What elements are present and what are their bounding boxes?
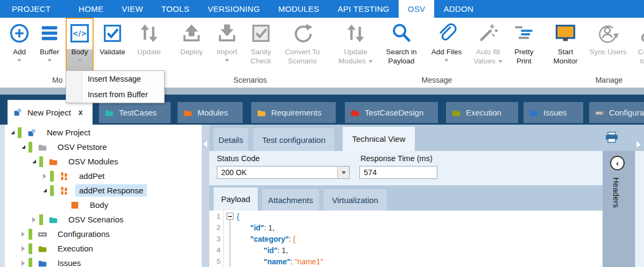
status-code-select[interactable]: 200 OK — [217, 166, 350, 179]
response-time-input[interactable] — [359, 166, 437, 179]
ribbon-update-modules-button[interactable]: UpdateModules — [335, 18, 376, 75]
payload-tab-virtualization[interactable]: Virtualization — [323, 189, 387, 211]
ribbon-button-label: Convert ToScenario — [285, 47, 320, 66]
ribbon-group-label: Message — [330, 75, 543, 88]
project-icon — [27, 128, 37, 138]
buffer-lines-icon — [38, 21, 61, 45]
project-tab-configurat[interactable]: Configurat — [589, 102, 644, 123]
ribbon-button-label: SanityCheck — [251, 47, 271, 66]
select-dropdown-button[interactable] — [337, 167, 349, 178]
editor-panel: DetailsTest configurationTechnical View … — [209, 125, 644, 267]
tree-item-label: OSV Petstore — [54, 141, 111, 153]
tab-label: New Project — [27, 108, 71, 117]
menu-item-versioning[interactable]: VERSIONING — [199, 0, 269, 18]
ribbon-sanity-check-button[interactable]: SanityCheck — [246, 18, 276, 75]
ribbon-group-message: UpdateModulesSearch inPayloadAdd FilesAu… — [330, 18, 543, 88]
collapse-region-icon[interactable] — [227, 213, 233, 220]
payload-tab-row: PayloadAttachmentsVirtualization — [209, 185, 603, 211]
payload-tab-attachments[interactable]: Attachments — [262, 189, 319, 211]
detail-tab-details[interactable]: Details — [214, 128, 248, 151]
code-text: "id": 1, — [264, 246, 288, 255]
print-icon[interactable] — [605, 132, 619, 143]
tree-item-green-bar — [50, 171, 54, 182]
expand-headers-button[interactable]: ‹ — [610, 156, 625, 170]
tree-expand-arrow-icon[interactable] — [20, 232, 26, 237]
tree-item-issues[interactable]: Issues — [5, 256, 202, 267]
ribbon-button-label: Connectto Host — [638, 47, 644, 66]
menu-item-addon[interactable]: ADDON — [434, 0, 483, 18]
close-tab-icon[interactable]: x — [79, 108, 83, 117]
ribbon-add-button[interactable]: Add — [7, 18, 32, 75]
broken-link-icon — [640, 21, 644, 45]
ribbon-search-in-payload-button[interactable]: Search inPayload — [379, 18, 423, 75]
line-number: 3 — [209, 233, 224, 244]
tree-item-osv-modules[interactable]: OSV Modules — [5, 154, 202, 169]
folder-icon — [38, 142, 47, 152]
tree-collapse-arrow-icon[interactable] — [20, 145, 26, 149]
tree-item-label: addPet — [75, 170, 109, 182]
tree-expand-arrow-icon[interactable] — [31, 217, 37, 222]
scroll-right-arrow-icon[interactable] — [636, 141, 641, 148]
tree-item-execution[interactable]: Execution — [5, 241, 202, 256]
tree-collapse-arrow-icon[interactable] — [31, 160, 37, 163]
tree-item-osv-petstore[interactable]: OSV Petstore — [5, 140, 202, 154]
tree-item-green-bar — [18, 127, 22, 138]
ribbon-body-button[interactable]: </>Body — [66, 18, 94, 75]
detail-tab-technical-view[interactable]: Technical View — [343, 127, 415, 151]
panel-splitter[interactable] — [202, 125, 209, 267]
tree-item-addpet-response[interactable]: addPet Response — [5, 183, 202, 198]
response-status-section: Status Code Response Time (ms) 200 OK — [209, 151, 603, 185]
project-tab-testcasedesign[interactable]: TestCaseDesign — [345, 102, 438, 123]
tree-expand-arrow-icon[interactable] — [41, 174, 48, 179]
tree-expand-arrow-icon[interactable] — [20, 261, 26, 266]
project-tab-modules[interactable]: Modules — [178, 102, 243, 123]
ribbon-buffer-button[interactable]: Buffer — [35, 18, 64, 75]
payload-tab-payload[interactable]: Payload — [214, 187, 258, 211]
tree-item-body[interactable]: Body — [5, 198, 202, 212]
ribbon-auto-fill-values-button[interactable]: Auto fillValues — [470, 18, 506, 75]
ribbon-sync-users-button[interactable]: Sync Users — [586, 18, 630, 75]
tree-item-osv-scenarios[interactable]: OSV Scenarios — [5, 212, 202, 227]
payload-code-editor[interactable]: 1{2"id": 1,3"category": {4"id": 1,5"name… — [209, 211, 603, 267]
tree-item-new-project[interactable]: New Project — [5, 125, 202, 140]
ribbon-pretty-print-button[interactable]: PrettyPrint — [509, 18, 539, 75]
menu-item-home[interactable]: HOME — [69, 0, 112, 18]
ribbon-update-button[interactable]: Update — [133, 18, 165, 75]
project-tab-testcases[interactable]: TestCases — [99, 102, 171, 123]
ribbon-import-button[interactable]: Import — [211, 18, 243, 75]
ribbon-validate-button[interactable]: Validate — [95, 18, 130, 75]
line-number: 5 — [209, 256, 224, 267]
main-menu-bar: PROJECTHOMEVIEWTOOLSVERSIONINGMODULESAPI… — [0, 0, 644, 18]
project-tab-requirements[interactable]: Requirements — [251, 102, 336, 123]
tree-collapse-arrow-icon[interactable] — [9, 131, 16, 134]
ribbon-group-manage: StartMonitorSync UsersConnectto HostMana… — [543, 18, 644, 88]
project-tab-execution[interactable]: Execution — [446, 102, 518, 123]
ribbon-deploy-button[interactable]: Deploy — [175, 18, 208, 75]
menu-item-tools[interactable]: TOOLS — [152, 0, 199, 18]
fold-column — [224, 244, 236, 256]
collapse-left-arrow-icon[interactable] — [203, 141, 207, 147]
ribbon-add-files-button[interactable]: Add Files — [427, 18, 466, 75]
ribbon-connect-to-host-button[interactable]: Connectto Host — [633, 18, 644, 75]
tab-label: Requirements — [271, 108, 321, 117]
menu-item-view[interactable]: VIEW — [112, 0, 152, 18]
ribbon-start-monitor-button[interactable]: StartMonitor — [548, 18, 583, 75]
tree-item-label: OSV Modules — [65, 155, 122, 168]
ribbon-button-label: Validate — [100, 47, 125, 56]
menu-item-modules[interactable]: MODULES — [269, 0, 328, 18]
menu-item-project[interactable]: PROJECT — [3, 0, 60, 18]
menu-item-insert-message[interactable]: Insert Message — [66, 71, 164, 86]
menu-item-osv[interactable]: OSV — [399, 0, 435, 18]
project-tab-new-project[interactable]: New Projectx — [8, 100, 93, 125]
project-tab-issues[interactable]: Issues — [523, 102, 583, 123]
tree-item-configurations[interactable]: Configurations — [5, 227, 202, 241]
tree-item-addpet[interactable]: addPet — [5, 169, 202, 183]
ribbon-convert-to-scenario-button[interactable]: Convert ToScenario — [279, 18, 325, 75]
menu-item-insert-from-buffer[interactable]: Insert from Buffer — [66, 86, 164, 102]
detail-tab-test-configuration[interactable]: Test configuration — [253, 128, 334, 151]
tree-scrollbar[interactable] — [0, 125, 5, 267]
menu-item-api-testing[interactable]: API TESTING — [328, 0, 398, 18]
tree-collapse-arrow-icon[interactable] — [41, 189, 48, 192]
folder-icon — [257, 108, 266, 118]
tree-expand-arrow-icon[interactable] — [20, 246, 26, 251]
